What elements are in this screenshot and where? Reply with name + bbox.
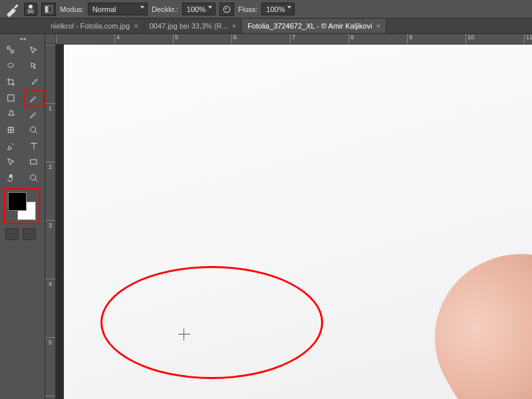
close-icon[interactable]: × (376, 22, 380, 30)
blend-mode-dropdown[interactable]: Normal (88, 3, 148, 15)
arrow-tool[interactable] (24, 43, 44, 58)
cursor-crosshair-icon (178, 329, 190, 340)
color-swatches[interactable] (7, 191, 37, 221)
shape-tool[interactable] (24, 155, 44, 170)
crop-tool[interactable] (1, 75, 21, 90)
quick-select-tool[interactable] (24, 59, 44, 74)
annotation-ellipse (100, 266, 323, 379)
mode-label: Modus: (60, 5, 84, 13)
pressure-opacity-icon[interactable] (219, 3, 234, 16)
collapse-icon[interactable]: ◂◂ (0, 35, 45, 42)
document-tab[interactable]: Fotolia_3724672_XL - © Amir Kaljikovi× (242, 19, 386, 33)
canvas-region: 4567891011 123456 (45, 34, 532, 399)
document-tab[interactable]: nielkrol - Fotolia.com.jpg× (45, 19, 144, 33)
opacity-field[interactable]: 100% (182, 3, 215, 15)
marquee-tool[interactable] (1, 91, 21, 106)
svg-rect-1 (49, 5, 52, 13)
eyedropper-tool[interactable] (24, 75, 44, 90)
path-select-tool[interactable] (1, 155, 21, 170)
close-icon[interactable]: × (134, 22, 138, 30)
canvas[interactable] (56, 45, 532, 399)
type-tool[interactable] (24, 139, 44, 154)
vertical-ruler: 123456 (45, 45, 56, 399)
close-icon[interactable]: × (232, 22, 236, 30)
brush-preset-picker[interactable]: 96 (24, 3, 37, 16)
ruler-corner (45, 34, 56, 45)
lasso-tool[interactable] (1, 59, 21, 74)
horizontal-ruler: 4567891011 (56, 34, 532, 45)
stamp-tool[interactable] (1, 107, 21, 122)
history-brush-tool[interactable] (24, 107, 44, 122)
document-tabs: nielkrol - Fotolia.com.jpg×0047.jpg bei … (0, 19, 532, 34)
svg-point-2 (223, 6, 229, 12)
quickmask-toggle[interactable] (5, 228, 19, 240)
active-tool-icon (4, 1, 20, 17)
screenmode-toggle[interactable] (23, 228, 36, 240)
brush-panel-toggle[interactable] (41, 3, 56, 16)
options-bar: 96 Modus: Normal Deckkr.: 100% Fluss: 10… (0, 0, 532, 19)
document-tab[interactable]: 0047.jpg bei 33,3% (R...× (144, 19, 242, 33)
foreground-color[interactable] (8, 192, 27, 211)
opacity-label: Deckkr.: (152, 5, 178, 13)
brush-tool[interactable] (24, 91, 44, 106)
pen-tool[interactable] (1, 139, 21, 154)
flow-field[interactable]: 100% (261, 3, 295, 15)
flow-label: Fluss: (238, 5, 257, 13)
move-tool[interactable] (1, 43, 21, 58)
zoom2-tool[interactable] (24, 171, 44, 186)
image-content (404, 221, 532, 399)
svg-rect-0 (45, 5, 48, 13)
hand-tool[interactable] (1, 171, 21, 186)
zoom-tool[interactable] (24, 123, 44, 138)
toolbox: ◂◂ (0, 34, 45, 399)
patch-tool[interactable] (1, 123, 21, 138)
